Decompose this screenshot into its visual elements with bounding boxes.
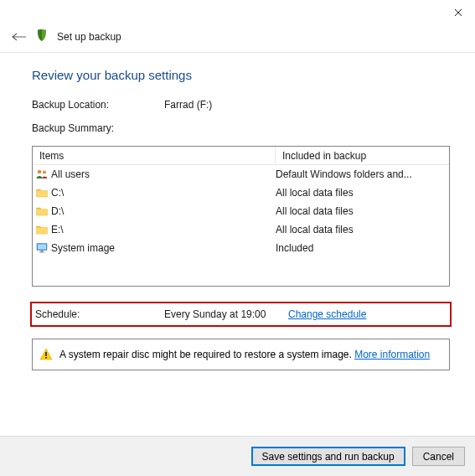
included-text: All local data files <box>274 205 449 217</box>
svg-rect-7 <box>45 357 47 359</box>
schedule-value: Every Sunday at 19:00 <box>164 308 288 320</box>
change-schedule-link[interactable]: Change schedule <box>288 308 366 320</box>
column-included-header[interactable]: Included in backup <box>276 147 449 164</box>
svg-rect-5 <box>39 252 44 253</box>
close-button[interactable] <box>441 1 475 24</box>
table-row[interactable]: E:\All local data files <box>33 220 449 239</box>
summary-listview: Items Included in backup All usersDefaul… <box>32 146 450 287</box>
item-name: All users <box>51 168 274 180</box>
backup-location-row: Backup Location: Farrad (F:) <box>32 99 450 111</box>
schedule-row: Schedule: Every Sunday at 19:00 Change s… <box>32 303 450 325</box>
svg-rect-3 <box>38 245 46 250</box>
header-row: Set up backup <box>0 25 475 49</box>
window-title: Set up backup <box>57 31 121 43</box>
cancel-button[interactable]: Cancel <box>412 447 465 466</box>
schedule-label: Schedule: <box>35 308 164 320</box>
listview-body: All usersDefault Windows folders and...C… <box>33 165 449 257</box>
included-text: Included <box>274 242 449 254</box>
warning-box: A system repair disc might be required t… <box>32 339 450 370</box>
back-arrow-icon <box>12 33 27 41</box>
close-icon <box>454 8 462 17</box>
included-text: Default Windows folders and... <box>274 168 449 180</box>
save-and-run-button[interactable]: Save settings and run backup <box>251 447 405 466</box>
warning-text-content: A system repair disc might be required t… <box>59 349 354 360</box>
warning-icon <box>39 348 53 361</box>
folder-icon <box>33 186 51 199</box>
item-name: C:\ <box>51 187 274 199</box>
table-row[interactable]: D:\All local data files <box>33 202 449 220</box>
page-title: Review your backup settings <box>32 68 450 82</box>
backup-summary-label: Backup Summary: <box>32 122 114 134</box>
svg-point-1 <box>43 171 46 174</box>
table-row[interactable]: C:\All local data files <box>33 184 449 202</box>
button-bar: Save settings and run backup Cancel <box>0 436 475 476</box>
included-text: All local data files <box>274 187 449 199</box>
svg-point-0 <box>38 170 42 174</box>
backup-location-value: Farrad (F:) <box>164 99 212 111</box>
users-icon <box>33 168 51 181</box>
item-name: E:\ <box>51 224 274 235</box>
more-information-link[interactable]: More information <box>354 349 430 360</box>
svg-rect-6 <box>45 352 47 356</box>
backup-shield-icon <box>35 28 49 45</box>
backup-wizard-window: Set up backup Review your backup setting… <box>0 0 475 476</box>
folder-icon <box>33 223 51 236</box>
table-row[interactable]: System imageIncluded <box>33 239 449 257</box>
warning-text: A system repair disc might be required t… <box>59 349 430 360</box>
table-row[interactable]: All usersDefault Windows folders and... <box>33 165 449 184</box>
monitor-icon <box>33 241 51 255</box>
item-name: D:\ <box>51 205 274 217</box>
listview-header: Items Included in backup <box>33 147 449 165</box>
column-items-header[interactable]: Items <box>33 147 276 164</box>
item-name: System image <box>51 242 274 254</box>
included-text: All local data files <box>274 224 449 235</box>
backup-location-label: Backup Location: <box>32 99 164 111</box>
content-area: Review your backup settings Backup Locat… <box>0 53 475 436</box>
svg-rect-4 <box>41 251 44 252</box>
titlebar <box>0 0 475 25</box>
back-button[interactable] <box>12 29 27 44</box>
folder-icon <box>33 204 51 218</box>
backup-summary-label-row: Backup Summary: <box>32 122 450 134</box>
